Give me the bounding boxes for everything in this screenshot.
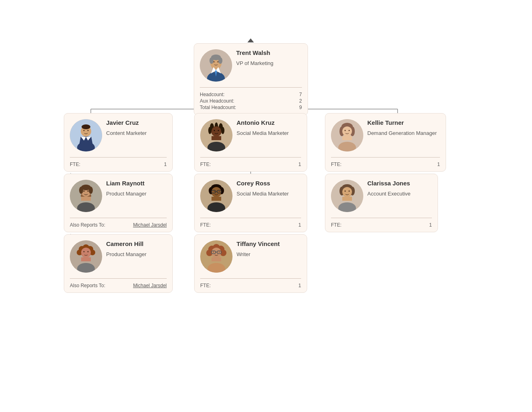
svg-point-62 bbox=[79, 187, 83, 194]
card-trent-walsh[interactable]: Trent Walsh VP of Marketing Headcount: 7… bbox=[194, 43, 308, 116]
stat-total: Total Headcount: 9 bbox=[200, 105, 302, 110]
divider-antonio bbox=[200, 157, 301, 158]
fte-value-clarissa: 1 bbox=[429, 222, 432, 228]
avatar-clarissa bbox=[331, 180, 363, 212]
card-title-antonio: Social Media Marketer bbox=[237, 130, 301, 136]
card-corey-ross[interactable]: Corey Ross Social Media Marketer FTE: 1 bbox=[194, 174, 307, 232]
total-label: Total Headcount: bbox=[200, 105, 236, 110]
fte-label-corey: FTE: bbox=[200, 222, 211, 228]
svg-point-100 bbox=[88, 251, 89, 252]
card-fte-javier: FTE: 1 bbox=[64, 160, 172, 171]
svg-point-64 bbox=[84, 191, 85, 192]
fte-label-javier: FTE: bbox=[70, 162, 80, 167]
svg-rect-45 bbox=[212, 136, 221, 140]
svg-point-88 bbox=[349, 191, 350, 192]
fte-label-clarissa: FTE: bbox=[331, 222, 341, 228]
svg-rect-89 bbox=[342, 197, 352, 201]
also-reports-label-liam: Also Reports To: bbox=[70, 222, 105, 228]
also-reports-link-liam[interactable]: Michael Jarsdel bbox=[133, 222, 167, 228]
fte-value-javier: 1 bbox=[164, 162, 167, 167]
card-info-antonio: Antonio Kruz Social Media Marketer bbox=[237, 119, 301, 136]
headcount-value: 7 bbox=[299, 92, 302, 97]
fte-value-antonio: 1 bbox=[298, 162, 301, 167]
divider-clarissa bbox=[331, 218, 432, 218]
card-liam-raynott[interactable]: Liam Raynott Product Manager Also Report… bbox=[64, 174, 173, 232]
also-reports-link-cameron[interactable]: Michael Jarsdel bbox=[133, 283, 167, 288]
svg-point-32 bbox=[88, 130, 89, 131]
card-title-corey: Social Media Marketer bbox=[237, 191, 301, 197]
svg-point-19 bbox=[214, 61, 215, 63]
card-antonio-kruz[interactable]: Antonio Kruz Social Media Marketer FTE: … bbox=[194, 113, 307, 172]
svg-rect-66 bbox=[81, 197, 91, 201]
fte-value-corey: 1 bbox=[298, 222, 301, 228]
card-title-javier: Content Marketer bbox=[106, 130, 167, 136]
svg-point-42 bbox=[212, 126, 221, 136]
svg-point-22 bbox=[209, 57, 214, 64]
aux-label: Aux Headcount: bbox=[200, 98, 234, 104]
svg-point-33 bbox=[82, 124, 90, 129]
also-reports-liam: Also Reports To: Michael Jarsdel bbox=[64, 221, 172, 232]
svg-point-23 bbox=[218, 57, 222, 64]
fte-value-kellie: 1 bbox=[437, 162, 440, 167]
svg-point-78 bbox=[219, 191, 220, 192]
fte-value-tiffany: 1 bbox=[298, 283, 301, 288]
card-kellie-turner[interactable]: Kellie Turner Demand Generation Manager … bbox=[325, 113, 446, 172]
svg-point-114 bbox=[213, 252, 214, 252]
card-info-trent: Trent Walsh VP of Marketing bbox=[236, 49, 302, 66]
divider-javier bbox=[70, 157, 167, 158]
avatar-corey bbox=[200, 180, 232, 212]
svg-point-41 bbox=[221, 127, 224, 134]
divider-kellie bbox=[331, 157, 440, 158]
svg-point-65 bbox=[88, 191, 89, 192]
card-name-tiffany: Tiffany Vincent bbox=[237, 240, 301, 247]
svg-rect-101 bbox=[81, 257, 91, 261]
aux-value: 2 bbox=[299, 98, 302, 104]
card-title-trent: VP of Marketing bbox=[236, 60, 302, 66]
card-info-liam: Liam Raynott Product Manager bbox=[106, 180, 167, 197]
card-name-corey: Corey Ross bbox=[237, 180, 301, 187]
card-title-kellie: Demand Generation Manager bbox=[367, 130, 440, 136]
svg-point-44 bbox=[218, 130, 219, 131]
card-title-tiffany: Writer bbox=[237, 251, 301, 257]
svg-rect-79 bbox=[212, 197, 221, 201]
avatar-antonio bbox=[200, 119, 232, 151]
up-arrow bbox=[247, 38, 254, 42]
svg-point-115 bbox=[219, 252, 220, 252]
card-fte-corey: FTE: 1 bbox=[195, 221, 307, 232]
card-cameron-hill[interactable]: Cameron Hill Product Manager Also Report… bbox=[64, 234, 173, 293]
svg-point-52 bbox=[342, 126, 352, 136]
avatar-liam bbox=[70, 180, 102, 212]
fte-label-kellie: FTE: bbox=[331, 162, 341, 167]
card-fte-tiffany: FTE: 1 bbox=[195, 281, 307, 292]
svg-point-63 bbox=[89, 187, 93, 194]
svg-point-40 bbox=[208, 127, 212, 134]
avatar-javier bbox=[70, 119, 102, 151]
card-name-cameron: Cameron Hill bbox=[106, 240, 167, 247]
card-fte-antonio: FTE: 1 bbox=[195, 160, 307, 171]
stat-aux: Aux Headcount: 2 bbox=[200, 98, 302, 104]
divider-liam bbox=[70, 218, 167, 218]
org-chart: Trent Walsh VP of Marketing Headcount: 7… bbox=[0, 0, 532, 412]
avatar-cameron bbox=[70, 240, 102, 273]
card-name-liam: Liam Raynott bbox=[106, 180, 167, 187]
svg-point-54 bbox=[349, 130, 350, 131]
svg-point-73 bbox=[212, 187, 221, 197]
card-name-trent: Trent Walsh bbox=[236, 49, 302, 56]
card-stats-trent: Headcount: 7 Aux Headcount: 2 Total Head… bbox=[194, 90, 308, 115]
divider-tiffany bbox=[200, 278, 301, 279]
card-javier-cruz[interactable]: Javier Cruz Content Marketer FTE: 1 bbox=[64, 113, 173, 172]
card-title-cameron: Product Manager bbox=[106, 251, 167, 257]
card-tiffany-vincent[interactable]: Tiffany Vincent Writer FTE: 1 bbox=[194, 234, 307, 293]
card-name-javier: Javier Cruz bbox=[106, 119, 167, 126]
svg-point-43 bbox=[214, 130, 215, 131]
svg-rect-55 bbox=[342, 136, 352, 140]
headcount-label: Headcount: bbox=[200, 92, 224, 97]
card-clarissa-jones[interactable]: Clarissa Jones Account Executive FTE: 1 bbox=[325, 174, 438, 232]
fte-label-tiffany: FTE: bbox=[200, 283, 211, 288]
card-fte-clarissa: FTE: 1 bbox=[325, 221, 438, 232]
svg-point-99 bbox=[84, 251, 85, 252]
card-info-tiffany: Tiffany Vincent Writer bbox=[237, 240, 301, 257]
svg-point-53 bbox=[345, 130, 346, 131]
svg-point-86 bbox=[342, 187, 352, 197]
card-title-liam: Product Manager bbox=[106, 191, 167, 197]
